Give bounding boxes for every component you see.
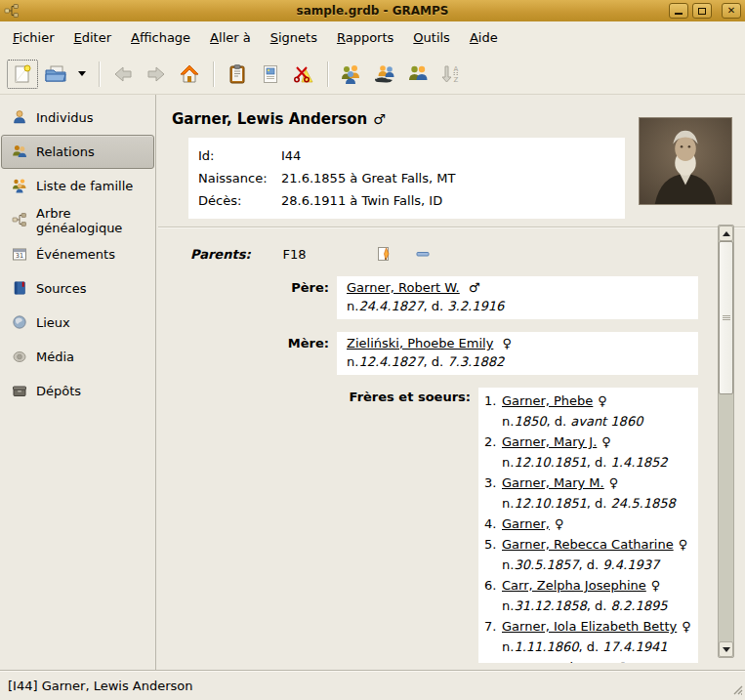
sort-az-icon: AZ: [435, 59, 468, 90]
report-document-icon[interactable]: [254, 59, 287, 90]
scroll-down-icon[interactable]: [719, 641, 733, 657]
calendar-icon: 31: [12, 246, 28, 263]
sepia-portrait-photo: [639, 117, 732, 205]
people-pair-icon[interactable]: [401, 59, 435, 90]
father-label: Père:: [164, 276, 337, 319]
active-person-name: Garner, Lewis Anderson: [172, 110, 367, 128]
toolbar-separator: [213, 62, 214, 87]
open-folder-icon[interactable]: [39, 59, 72, 90]
gender-symbol: ♀: [598, 391, 607, 410]
sibling-dates: n.30.5.1857, d. 9.4.1937: [502, 554, 692, 574]
sidebar-item-evenements[interactable]: 31Événements: [1, 237, 154, 271]
close-icon[interactable]: ✕: [722, 3, 741, 19]
mother-box: Zieliński, Phoebe Emily ♀ n.12.4.1827, d…: [337, 332, 698, 375]
summary-row: Décès:28.6.1911 à Twin Falls, ID: [198, 189, 615, 212]
media-icon: [12, 349, 28, 365]
mother-link[interactable]: Zieliński, Phoebe Emily: [347, 336, 493, 350]
sidebar-item-liste-de-famille[interactable]: Liste de famille: [1, 169, 154, 203]
sibling-link[interactable]: Garner, Rebecca Catharine: [502, 535, 674, 554]
people-group-icon[interactable]: [335, 59, 368, 90]
person-summary-box: Id:I44Naissance:21.6.1855 à Great Falls,…: [188, 138, 625, 219]
scissors-icon[interactable]: [287, 59, 320, 90]
vertical-scrollbar[interactable]: [718, 225, 734, 658]
two-people-icon: [12, 144, 28, 160]
gender-symbol: ♀: [651, 576, 661, 595]
sibling-link[interactable]: Garner, Robert F.: [502, 658, 609, 663]
sibling-row: 7.Garner, Iola Elizabeth Betty♀: [484, 615, 692, 636]
sibling-link[interactable]: Garner, Phebe: [502, 391, 593, 410]
minimize-icon[interactable]: [669, 3, 688, 19]
edit-pencil-icon[interactable]: [373, 244, 394, 264]
clipboard-icon[interactable]: [221, 59, 254, 90]
maximize-icon[interactable]: [692, 3, 712, 19]
menu-signets[interactable]: Signets: [262, 25, 326, 50]
sidebar-item-relations[interactable]: Relations: [1, 135, 154, 169]
summary-row: Naissance:21.6.1855 à Great Falls, MT: [198, 167, 615, 189]
menu-aide[interactable]: Aide: [461, 25, 507, 50]
menu-aller-a[interactable]: Aller à: [201, 25, 260, 50]
scroll-up-icon[interactable]: [719, 226, 733, 241]
sidebar-item-media[interactable]: Média: [1, 340, 154, 374]
titlebar[interactable]: sample.grdb - GRAMPS ✕: [0, 0, 745, 21]
sidebar-item-sources[interactable]: Sources: [1, 271, 154, 306]
sidebar-item-arbre-genealogique[interactable]: Arbre généalogique: [1, 203, 154, 237]
sibling-link[interactable]: Garner, Iola Elizabeth Betty: [502, 617, 677, 636]
statusbar: [I44] Garner, Lewis Anderson: [0, 670, 745, 700]
scrollbar-thumb[interactable]: [719, 241, 733, 394]
window-title: sample.grdb - GRAMPS: [0, 4, 745, 18]
menu-fichier[interactable]: Fichier: [4, 25, 63, 50]
archive-icon: [12, 383, 28, 399]
sidebar-item-label: Liste de famille: [36, 179, 133, 193]
new-document-icon[interactable]: [6, 59, 39, 90]
home-icon[interactable]: [173, 59, 206, 90]
sidebar-item-label: Dépôts: [36, 384, 81, 398]
sidebar: IndividusRelationsListe de familleArbre …: [0, 95, 156, 670]
gender-symbol: ♀: [601, 432, 611, 451]
father-link[interactable]: Garner, Robert W.: [347, 280, 460, 295]
people-hand-icon[interactable]: [368, 59, 401, 90]
sibling-link[interactable]: Carr, Zelpha Josephine: [502, 576, 646, 595]
sibling-dates: n.12.10.1851, d. 24.5.1858: [502, 492, 692, 513]
sibling-row: 2.Garner, Mary J.♀: [484, 431, 692, 451]
menu-rapports[interactable]: Rapports: [328, 25, 402, 50]
gender-symbol: ♂: [614, 658, 626, 663]
chevron-down-icon[interactable]: [72, 59, 92, 90]
father-box: Garner, Robert W. ♂ n.24.4.1827, d. 3.2.…: [337, 276, 698, 319]
toolbar-separator: [327, 62, 328, 87]
svg-text:31: 31: [16, 252, 23, 260]
globe-icon: [12, 314, 28, 331]
statusbar-text: [I44] Garner, Lewis Anderson: [8, 679, 193, 693]
father-dates: n.24.4.1827, d. 3.2.1916: [347, 299, 688, 313]
sibling-row: 5.Garner, Rebecca Catharine♀: [484, 533, 692, 554]
sidebar-item-individus[interactable]: Individus: [1, 101, 154, 135]
sibling-dates: n.31.12.1858, d. 8.2.1895: [502, 595, 692, 615]
father-gender-symbol: ♂: [469, 280, 480, 295]
back-arrow-icon: [106, 59, 140, 90]
menu-affichage[interactable]: Affichage: [122, 25, 199, 50]
sidebar-item-label: Sources: [36, 281, 86, 296]
sibling-link[interactable]: Garner,: [502, 515, 550, 533]
sibling-dates: n.1850, d. avant 1860: [502, 410, 692, 431]
sidebar-item-depots[interactable]: Dépôts: [1, 374, 154, 408]
sibling-dates: n.1.11.1860, d. 17.4.1941: [502, 636, 692, 656]
gramps-window: sample.grdb - GRAMPS ✕ FichierEditerAffi…: [0, 0, 745, 700]
menubar: FichierEditerAffichageAller àSignetsRapp…: [0, 21, 745, 54]
mother-label: Mère:: [164, 332, 337, 375]
sibling-row: 1.Garner, Phebe♀: [484, 390, 692, 410]
sibling-row: 3.Garner, Mary M.♀: [484, 472, 692, 492]
sibling-row: 8.Garner, Robert F.♂: [484, 656, 692, 663]
sidebar-item-label: Relations: [36, 144, 95, 159]
resize-grip-icon[interactable]: [731, 683, 743, 698]
sidebar-item-lieux[interactable]: Lieux: [1, 306, 154, 340]
sibling-link[interactable]: Garner, Mary M.: [502, 474, 604, 492]
svg-text:A: A: [454, 65, 459, 73]
sibling-link[interactable]: Garner, Mary J.: [502, 432, 597, 451]
svg-text:Z: Z: [454, 76, 459, 84]
menu-editer[interactable]: Editer: [65, 25, 121, 50]
sidebar-item-label: Événements: [36, 247, 115, 262]
menu-outils[interactable]: Outils: [404, 25, 459, 50]
remove-minus-icon[interactable]: [412, 244, 434, 264]
gender-symbol: ♀: [679, 535, 688, 554]
relations-scroll-area: Parents: F18 Père: Garner,: [164, 223, 734, 663]
sidebar-item-label: Arbre généalogique: [36, 206, 144, 235]
